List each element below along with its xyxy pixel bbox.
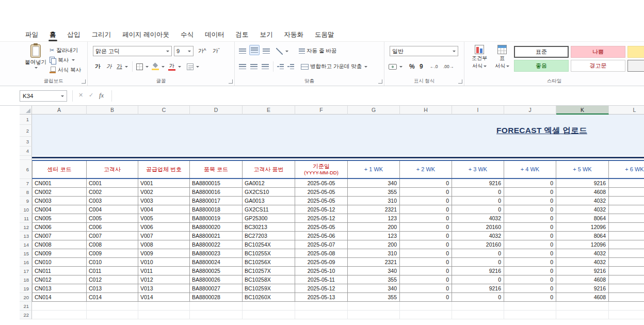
cell[interactable]: 0 bbox=[400, 240, 452, 249]
column-header-G[interactable]: G bbox=[348, 106, 400, 115]
cell[interactable]: CN014 bbox=[32, 293, 87, 302]
cell[interactable]: 4608 bbox=[556, 275, 609, 284]
cell[interactable]: V010 bbox=[138, 258, 190, 267]
cell[interactable]: CN001 bbox=[32, 179, 87, 188]
cell[interactable]: BC10254X bbox=[243, 240, 295, 249]
cell[interactable]: BA8800016 bbox=[190, 188, 243, 197]
row-header-14[interactable]: 14 bbox=[20, 240, 32, 249]
cell[interactable]: 4032 bbox=[556, 197, 609, 205]
cell[interactable] bbox=[609, 293, 644, 302]
borders-button[interactable] bbox=[136, 61, 149, 72]
align-top-button[interactable] bbox=[239, 46, 246, 56]
cell[interactable]: 2025-05-08 bbox=[295, 249, 348, 258]
cell[interactable]: GA0012 bbox=[243, 179, 295, 188]
table-header-cell[interactable]: 공급업체 번호 bbox=[138, 161, 190, 178]
menu-tab[interactable]: 도움말 bbox=[309, 28, 340, 41]
cell[interactable]: 0 bbox=[400, 293, 452, 302]
cell[interactable]: CN002 bbox=[32, 188, 87, 197]
cell[interactable] bbox=[609, 258, 644, 267]
cell[interactable] bbox=[87, 302, 138, 311]
cell[interactable] bbox=[609, 214, 644, 223]
cell[interactable]: 12096 bbox=[556, 240, 609, 249]
row-header-5[interactable] bbox=[20, 156, 32, 160]
table-header-cell[interactable]: 고객사 품번 bbox=[243, 161, 295, 178]
cell[interactable] bbox=[32, 302, 87, 311]
cell[interactable]: V005 bbox=[138, 214, 190, 223]
cell[interactable]: 0 bbox=[504, 214, 556, 223]
cell[interactable]: C013 bbox=[87, 284, 138, 293]
cell[interactable]: 355 bbox=[348, 188, 400, 197]
cell[interactable]: 4032 bbox=[556, 249, 609, 258]
cell[interactable]: 0 bbox=[400, 249, 452, 258]
cell[interactable]: 8064 bbox=[556, 214, 609, 223]
cell[interactable]: 2025-05-12 bbox=[295, 214, 348, 223]
cell[interactable]: V011 bbox=[138, 267, 190, 275]
cell[interactable]: 340 bbox=[348, 284, 400, 293]
cell[interactable]: CN006 bbox=[32, 223, 87, 232]
cell[interactable]: 2025-05-12 bbox=[295, 284, 348, 293]
menu-tab[interactable]: 보기 bbox=[254, 28, 278, 41]
cell[interactable]: CN011 bbox=[32, 267, 87, 275]
row-header-21[interactable]: 21 bbox=[20, 302, 32, 311]
cell[interactable]: 0 bbox=[452, 275, 504, 284]
cell[interactable] bbox=[609, 205, 644, 214]
row-header-6[interactable]: 6 bbox=[20, 160, 32, 179]
cell[interactable]: BC10260X bbox=[243, 293, 295, 302]
cell[interactable]: BC27203 bbox=[243, 232, 295, 240]
cell[interactable]: BA8800021 bbox=[190, 232, 243, 240]
cell[interactable]: 0 bbox=[400, 223, 452, 232]
cell[interactable]: 340 bbox=[348, 179, 400, 188]
formula-input[interactable] bbox=[116, 90, 644, 102]
table-header-cell[interactable]: 기준일(YYYY-MM-DD) bbox=[295, 161, 348, 178]
cell[interactable]: 0 bbox=[400, 258, 452, 267]
cell[interactable] bbox=[609, 240, 644, 249]
menu-tab[interactable]: 수식 bbox=[175, 28, 199, 41]
comma-style-button[interactable]: 9 bbox=[420, 61, 423, 72]
cell[interactable] bbox=[243, 311, 295, 319]
cell[interactable] bbox=[348, 302, 400, 311]
cell[interactable]: 0 bbox=[504, 232, 556, 240]
cell[interactable]: 0 bbox=[504, 249, 556, 258]
cell[interactable]: 0 bbox=[400, 214, 452, 223]
cell[interactable]: C012 bbox=[87, 275, 138, 284]
cell[interactable]: 2025-05-05 bbox=[295, 188, 348, 197]
cell[interactable]: 9216 bbox=[452, 179, 504, 188]
fx-icon[interactable]: fx bbox=[99, 92, 104, 100]
column-header-I[interactable]: I bbox=[452, 106, 504, 115]
cell[interactable]: 123 bbox=[348, 214, 400, 223]
bold-button[interactable]: 가 bbox=[95, 61, 101, 72]
row-header-17[interactable]: 17 bbox=[20, 267, 32, 275]
font-size-select[interactable]: 9 bbox=[174, 46, 194, 56]
cell[interactable]: V012 bbox=[138, 275, 190, 284]
cell[interactable] bbox=[556, 302, 609, 311]
cell[interactable]: BA8800015 bbox=[190, 179, 243, 188]
cell[interactable]: 0 bbox=[400, 179, 452, 188]
underline-button[interactable]: 가 bbox=[117, 61, 128, 72]
cell[interactable] bbox=[609, 249, 644, 258]
cell[interactable]: GA0013 bbox=[243, 197, 295, 205]
cell[interactable]: 9216 bbox=[556, 267, 609, 275]
cell[interactable]: 2025-05-05 bbox=[295, 179, 348, 188]
font-color-button[interactable]: 가 bbox=[168, 61, 181, 72]
cell[interactable] bbox=[609, 267, 644, 275]
cell[interactable]: V002 bbox=[138, 188, 190, 197]
row-header-8[interactable]: 8 bbox=[20, 188, 32, 197]
cell[interactable]: 2025-05-11 bbox=[295, 275, 348, 284]
cell[interactable]: CN007 bbox=[32, 232, 87, 240]
cell[interactable]: V009 bbox=[138, 249, 190, 258]
cell[interactable]: C003 bbox=[87, 197, 138, 205]
cell[interactable]: V006 bbox=[138, 223, 190, 232]
cell[interactable]: BA8800020 bbox=[190, 223, 243, 232]
cell[interactable] bbox=[504, 311, 556, 319]
row-header-13[interactable]: 13 bbox=[20, 232, 32, 240]
format-painter-button[interactable]: 서식 복사 bbox=[50, 65, 87, 75]
cell[interactable] bbox=[452, 311, 504, 319]
copy-button[interactable]: 복사 bbox=[50, 55, 87, 65]
align-center-button[interactable] bbox=[250, 61, 257, 72]
cell[interactable]: 2025-05-09 bbox=[295, 258, 348, 267]
cell[interactable]: 0 bbox=[400, 232, 452, 240]
column-header-H[interactable]: H bbox=[400, 106, 452, 115]
percent-style-button[interactable]: % bbox=[409, 61, 415, 72]
cell[interactable]: C008 bbox=[87, 240, 138, 249]
cell[interactable]: 0 bbox=[452, 258, 504, 267]
